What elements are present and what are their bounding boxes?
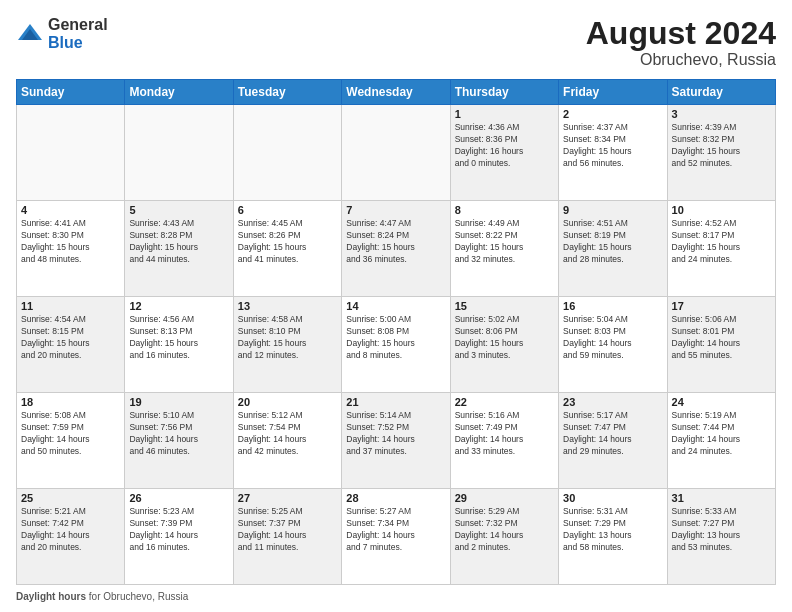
calendar-cell: 18Sunrise: 5:08 AM Sunset: 7:59 PM Dayli… bbox=[17, 393, 125, 489]
location-title: Obruchevo, Russia bbox=[586, 51, 776, 69]
day-info: Sunrise: 4:36 AM Sunset: 8:36 PM Dayligh… bbox=[455, 122, 554, 170]
calendar-cell: 8Sunrise: 4:49 AM Sunset: 8:22 PM Daylig… bbox=[450, 201, 558, 297]
day-number: 8 bbox=[455, 204, 554, 216]
day-info: Sunrise: 5:19 AM Sunset: 7:44 PM Dayligh… bbox=[672, 410, 771, 458]
day-number: 17 bbox=[672, 300, 771, 312]
day-number: 3 bbox=[672, 108, 771, 120]
footer: Daylight hours for Obruchevo, Russia bbox=[16, 591, 776, 602]
footer-label: Daylight hours bbox=[16, 591, 86, 602]
day-number: 10 bbox=[672, 204, 771, 216]
calendar-cell: 15Sunrise: 5:02 AM Sunset: 8:06 PM Dayli… bbox=[450, 297, 558, 393]
calendar-cell bbox=[17, 105, 125, 201]
calendar-week-1: 1Sunrise: 4:36 AM Sunset: 8:36 PM Daylig… bbox=[17, 105, 776, 201]
day-info: Sunrise: 5:23 AM Sunset: 7:39 PM Dayligh… bbox=[129, 506, 228, 554]
calendar-cell: 10Sunrise: 4:52 AM Sunset: 8:17 PM Dayli… bbox=[667, 201, 775, 297]
calendar-cell: 28Sunrise: 5:27 AM Sunset: 7:34 PM Dayli… bbox=[342, 489, 450, 585]
day-number: 4 bbox=[21, 204, 120, 216]
day-number: 14 bbox=[346, 300, 445, 312]
day-number: 11 bbox=[21, 300, 120, 312]
day-info: Sunrise: 5:27 AM Sunset: 7:34 PM Dayligh… bbox=[346, 506, 445, 554]
calendar-cell: 25Sunrise: 5:21 AM Sunset: 7:42 PM Dayli… bbox=[17, 489, 125, 585]
calendar-cell: 31Sunrise: 5:33 AM Sunset: 7:27 PM Dayli… bbox=[667, 489, 775, 585]
calendar-week-5: 25Sunrise: 5:21 AM Sunset: 7:42 PM Dayli… bbox=[17, 489, 776, 585]
calendar-week-4: 18Sunrise: 5:08 AM Sunset: 7:59 PM Dayli… bbox=[17, 393, 776, 489]
day-info: Sunrise: 5:02 AM Sunset: 8:06 PM Dayligh… bbox=[455, 314, 554, 362]
calendar-table: SundayMondayTuesdayWednesdayThursdayFrid… bbox=[16, 79, 776, 585]
calendar-header-row: SundayMondayTuesdayWednesdayThursdayFrid… bbox=[17, 80, 776, 105]
calendar-cell: 22Sunrise: 5:16 AM Sunset: 7:49 PM Dayli… bbox=[450, 393, 558, 489]
day-info: Sunrise: 4:41 AM Sunset: 8:30 PM Dayligh… bbox=[21, 218, 120, 266]
calendar-header-thursday: Thursday bbox=[450, 80, 558, 105]
calendar-cell: 17Sunrise: 5:06 AM Sunset: 8:01 PM Dayli… bbox=[667, 297, 775, 393]
day-number: 5 bbox=[129, 204, 228, 216]
day-info: Sunrise: 4:54 AM Sunset: 8:15 PM Dayligh… bbox=[21, 314, 120, 362]
day-info: Sunrise: 4:58 AM Sunset: 8:10 PM Dayligh… bbox=[238, 314, 337, 362]
calendar-header-monday: Monday bbox=[125, 80, 233, 105]
day-number: 2 bbox=[563, 108, 662, 120]
logo-text: General Blue bbox=[48, 16, 108, 51]
calendar-cell: 27Sunrise: 5:25 AM Sunset: 7:37 PM Dayli… bbox=[233, 489, 341, 585]
day-number: 1 bbox=[455, 108, 554, 120]
calendar-cell: 5Sunrise: 4:43 AM Sunset: 8:28 PM Daylig… bbox=[125, 201, 233, 297]
day-info: Sunrise: 5:06 AM Sunset: 8:01 PM Dayligh… bbox=[672, 314, 771, 362]
day-number: 12 bbox=[129, 300, 228, 312]
title-block: August 2024 Obruchevo, Russia bbox=[586, 16, 776, 69]
day-number: 30 bbox=[563, 492, 662, 504]
day-info: Sunrise: 5:16 AM Sunset: 7:49 PM Dayligh… bbox=[455, 410, 554, 458]
calendar-header-saturday: Saturday bbox=[667, 80, 775, 105]
calendar-cell: 7Sunrise: 4:47 AM Sunset: 8:24 PM Daylig… bbox=[342, 201, 450, 297]
logo: General Blue bbox=[16, 16, 108, 51]
day-info: Sunrise: 5:00 AM Sunset: 8:08 PM Dayligh… bbox=[346, 314, 445, 362]
day-number: 22 bbox=[455, 396, 554, 408]
logo-blue: Blue bbox=[48, 34, 108, 52]
day-info: Sunrise: 5:14 AM Sunset: 7:52 PM Dayligh… bbox=[346, 410, 445, 458]
day-number: 19 bbox=[129, 396, 228, 408]
day-number: 21 bbox=[346, 396, 445, 408]
day-number: 6 bbox=[238, 204, 337, 216]
calendar-cell: 23Sunrise: 5:17 AM Sunset: 7:47 PM Dayli… bbox=[559, 393, 667, 489]
day-number: 23 bbox=[563, 396, 662, 408]
day-info: Sunrise: 4:49 AM Sunset: 8:22 PM Dayligh… bbox=[455, 218, 554, 266]
day-info: Sunrise: 5:33 AM Sunset: 7:27 PM Dayligh… bbox=[672, 506, 771, 554]
day-number: 27 bbox=[238, 492, 337, 504]
day-number: 15 bbox=[455, 300, 554, 312]
calendar-cell bbox=[233, 105, 341, 201]
day-info: Sunrise: 5:21 AM Sunset: 7:42 PM Dayligh… bbox=[21, 506, 120, 554]
calendar-cell: 11Sunrise: 4:54 AM Sunset: 8:15 PM Dayli… bbox=[17, 297, 125, 393]
day-info: Sunrise: 4:52 AM Sunset: 8:17 PM Dayligh… bbox=[672, 218, 771, 266]
day-number: 13 bbox=[238, 300, 337, 312]
day-info: Sunrise: 4:47 AM Sunset: 8:24 PM Dayligh… bbox=[346, 218, 445, 266]
header: General Blue August 2024 Obruchevo, Russ… bbox=[16, 16, 776, 69]
calendar-cell: 6Sunrise: 4:45 AM Sunset: 8:26 PM Daylig… bbox=[233, 201, 341, 297]
day-number: 26 bbox=[129, 492, 228, 504]
day-info: Sunrise: 5:10 AM Sunset: 7:56 PM Dayligh… bbox=[129, 410, 228, 458]
calendar-header-wednesday: Wednesday bbox=[342, 80, 450, 105]
day-number: 24 bbox=[672, 396, 771, 408]
day-info: Sunrise: 5:17 AM Sunset: 7:47 PM Dayligh… bbox=[563, 410, 662, 458]
calendar-week-2: 4Sunrise: 4:41 AM Sunset: 8:30 PM Daylig… bbox=[17, 201, 776, 297]
calendar-cell: 26Sunrise: 5:23 AM Sunset: 7:39 PM Dayli… bbox=[125, 489, 233, 585]
day-number: 18 bbox=[21, 396, 120, 408]
calendar-cell bbox=[125, 105, 233, 201]
calendar-cell: 2Sunrise: 4:37 AM Sunset: 8:34 PM Daylig… bbox=[559, 105, 667, 201]
day-info: Sunrise: 4:45 AM Sunset: 8:26 PM Dayligh… bbox=[238, 218, 337, 266]
calendar-header-tuesday: Tuesday bbox=[233, 80, 341, 105]
day-number: 16 bbox=[563, 300, 662, 312]
logo-icon bbox=[16, 20, 44, 48]
day-info: Sunrise: 5:29 AM Sunset: 7:32 PM Dayligh… bbox=[455, 506, 554, 554]
calendar-cell: 20Sunrise: 5:12 AM Sunset: 7:54 PM Dayli… bbox=[233, 393, 341, 489]
day-number: 31 bbox=[672, 492, 771, 504]
day-number: 28 bbox=[346, 492, 445, 504]
calendar-header-friday: Friday bbox=[559, 80, 667, 105]
day-info: Sunrise: 5:04 AM Sunset: 8:03 PM Dayligh… bbox=[563, 314, 662, 362]
calendar-cell: 16Sunrise: 5:04 AM Sunset: 8:03 PM Dayli… bbox=[559, 297, 667, 393]
day-number: 29 bbox=[455, 492, 554, 504]
day-info: Sunrise: 5:08 AM Sunset: 7:59 PM Dayligh… bbox=[21, 410, 120, 458]
calendar-cell: 12Sunrise: 4:56 AM Sunset: 8:13 PM Dayli… bbox=[125, 297, 233, 393]
calendar-cell: 21Sunrise: 5:14 AM Sunset: 7:52 PM Dayli… bbox=[342, 393, 450, 489]
day-info: Sunrise: 4:39 AM Sunset: 8:32 PM Dayligh… bbox=[672, 122, 771, 170]
day-number: 25 bbox=[21, 492, 120, 504]
calendar-cell: 19Sunrise: 5:10 AM Sunset: 7:56 PM Dayli… bbox=[125, 393, 233, 489]
calendar-cell: 29Sunrise: 5:29 AM Sunset: 7:32 PM Dayli… bbox=[450, 489, 558, 585]
day-info: Sunrise: 5:31 AM Sunset: 7:29 PM Dayligh… bbox=[563, 506, 662, 554]
